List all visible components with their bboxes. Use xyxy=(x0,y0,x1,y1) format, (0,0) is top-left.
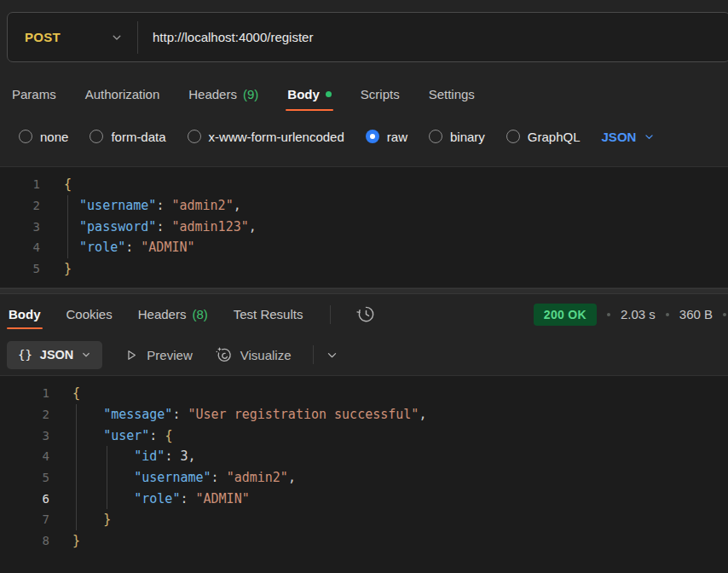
response-headers-count-badge: (8) xyxy=(192,307,207,321)
code-text: } xyxy=(72,512,111,527)
code-line[interactable]: 6 "role": "ADMIN" xyxy=(0,488,728,509)
more-formats-button[interactable] xyxy=(326,349,338,362)
tab-scripts[interactable]: Scripts xyxy=(361,87,400,101)
clock-history-icon xyxy=(356,304,376,324)
indent-guide xyxy=(107,446,107,509)
response-body-editor[interactable]: 1{2 "message": "User registration succes… xyxy=(0,375,728,573)
code-line[interactable]: 4 "id": 3, xyxy=(0,446,728,467)
line-number: 6 xyxy=(0,492,49,506)
chevron-down-icon xyxy=(111,32,123,43)
dot-separator xyxy=(666,313,669,316)
code-line[interactable]: 5 "username": "admin2", xyxy=(0,467,728,489)
code-line[interactable]: 2 "username": "admin2", xyxy=(0,195,728,217)
radio-circle xyxy=(429,130,442,143)
request-tabs: Params Authorization Headers (9) Body Sc… xyxy=(12,75,475,113)
raw-language-select[interactable]: JSON xyxy=(602,130,656,144)
line-number: 3 xyxy=(0,429,49,443)
radio-circle xyxy=(506,130,520,143)
line-number: 4 xyxy=(0,449,49,463)
preview-button[interactable]: Preview xyxy=(124,348,192,362)
request-response-splitter[interactable] xyxy=(0,288,728,294)
body-type-radio-binary[interactable]: binary xyxy=(429,130,485,144)
code-text: } xyxy=(72,533,80,548)
code-line[interactable]: 7 } xyxy=(0,509,728,530)
body-type-radio-graphql[interactable]: GraphQL xyxy=(506,130,581,144)
url-bar-divider xyxy=(137,21,138,54)
code-text: "role": "ADMIN" xyxy=(64,240,195,255)
body-modified-dot xyxy=(326,91,332,97)
code-text: { xyxy=(64,177,72,192)
url-bar: POST http://localhost:4000/register xyxy=(7,12,728,62)
response-size: 360 B xyxy=(679,307,713,321)
body-type-radio-raw[interactable]: raw xyxy=(366,130,407,144)
line-number: 4 xyxy=(0,240,40,254)
tab-headers[interactable]: Headers (9) xyxy=(188,87,258,101)
code-text: "role": "ADMIN" xyxy=(72,491,250,506)
body-type-radio-form-data[interactable]: form-data xyxy=(90,130,165,144)
magic-sparkle-icon xyxy=(215,346,233,364)
chevron-down-icon xyxy=(81,350,91,360)
code-text: "password": "admin123", xyxy=(64,219,257,234)
code-line[interactable]: 1{ xyxy=(0,174,728,195)
tab-test-results[interactable]: Test Results xyxy=(234,307,303,321)
line-number: 7 xyxy=(0,512,49,526)
code-line[interactable]: 5} xyxy=(0,258,728,280)
play-outline-icon xyxy=(124,348,139,362)
radio-circle-selected xyxy=(366,130,379,143)
chevron-down-icon xyxy=(644,131,655,142)
code-text: "message": "User registration successful… xyxy=(72,407,426,422)
tab-settings[interactable]: Settings xyxy=(429,87,475,101)
response-format-select[interactable]: {} JSON xyxy=(7,341,102,369)
radio-circle xyxy=(90,130,103,143)
code-line[interactable]: 3 "password": "admin123", xyxy=(0,216,728,237)
url-input[interactable]: http://localhost:4000/register xyxy=(153,30,313,44)
tab-authorization[interactable]: Authorization xyxy=(85,87,160,101)
radio-circle xyxy=(188,130,201,143)
line-number: 1 xyxy=(0,386,49,400)
line-number: 1 xyxy=(0,177,40,191)
tabs-divider xyxy=(330,305,331,324)
line-number: 2 xyxy=(0,408,49,421)
code-line[interactable]: 8} xyxy=(0,530,728,552)
response-time: 2.03 s xyxy=(621,307,656,321)
code-line[interactable]: 1{ xyxy=(0,383,728,404)
code-text: "username": "admin2", xyxy=(64,198,241,213)
body-type-radio-urlencoded[interactable]: x-www-form-urlencoded xyxy=(188,130,344,144)
line-number: 3 xyxy=(0,220,40,234)
tab-body[interactable]: Body xyxy=(287,87,332,101)
line-number: 8 xyxy=(0,534,49,547)
response-format-row: {} JSON Preview Visualize xyxy=(7,334,338,375)
dot-separator xyxy=(723,313,726,316)
code-text: "id": 3, xyxy=(72,449,196,464)
response-history-button[interactable] xyxy=(356,304,376,324)
code-text: } xyxy=(64,261,72,276)
code-line[interactable]: 2 "message": "User registration successf… xyxy=(0,404,728,425)
code-text: "user": { xyxy=(72,428,172,443)
visualize-button[interactable]: Visualize xyxy=(215,346,292,364)
line-number: 2 xyxy=(0,199,40,212)
line-number: 5 xyxy=(0,471,49,484)
api-client-window: POST http://localhost:4000/register Para… xyxy=(0,0,728,573)
indent-guide xyxy=(76,404,77,530)
indent-guide xyxy=(67,195,68,258)
code-line[interactable]: 4 "role": "ADMIN" xyxy=(0,237,728,258)
tab-response-headers[interactable]: Headers (8) xyxy=(138,307,208,321)
status-badge: 200 OK xyxy=(534,304,597,326)
dot-separator xyxy=(607,313,610,316)
tab-params[interactable]: Params xyxy=(12,87,56,101)
response-header: Body Cookies Headers (8) Test Results xyxy=(0,294,728,334)
request-body-editor[interactable]: 1{2 "username": "admin2",3 "password": "… xyxy=(0,166,728,288)
tab-response-cookies[interactable]: Cookies xyxy=(66,307,113,321)
braces-icon: {} xyxy=(18,348,32,362)
method-select[interactable]: POST xyxy=(8,13,137,61)
method-label: POST xyxy=(25,30,61,44)
body-type-radio-none[interactable]: none xyxy=(19,130,68,144)
response-tabs: Body Cookies Headers (8) Test Results xyxy=(9,304,376,324)
body-type-selector: none form-data x-www-form-urlencoded raw… xyxy=(19,119,655,153)
radio-circle xyxy=(19,130,32,143)
chevron-down-icon xyxy=(326,349,338,362)
tab-response-body[interactable]: Body xyxy=(9,307,41,321)
code-line[interactable]: 3 "user": { xyxy=(0,425,728,446)
headers-count-badge: (9) xyxy=(243,87,258,101)
line-number: 5 xyxy=(0,262,40,275)
